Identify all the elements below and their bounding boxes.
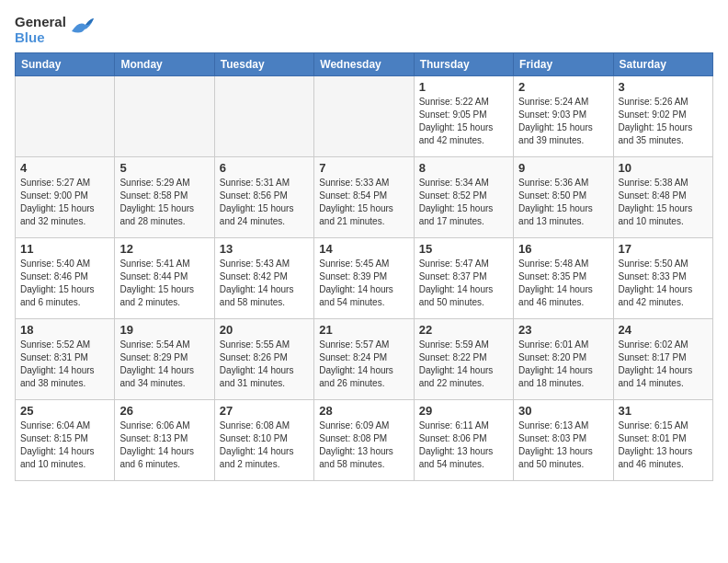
day-info: Sunrise: 5:43 AMSunset: 8:42 PMDaylight:…	[220, 258, 309, 309]
day-number: 8	[419, 161, 508, 175]
calendar-cell: 14Sunrise: 5:45 AMSunset: 8:39 PMDayligh…	[314, 238, 414, 319]
day-info: Sunrise: 5:29 AMSunset: 8:58 PMDaylight:…	[119, 177, 209, 228]
day-info: Sunrise: 6:13 AMSunset: 8:03 PMDaylight:…	[518, 419, 608, 471]
day-number: 15	[419, 242, 508, 256]
day-number: 13	[220, 242, 309, 256]
day-number: 18	[20, 323, 109, 337]
day-info: Sunrise: 5:22 AMSunset: 9:05 PMDaylight:…	[419, 96, 508, 147]
day-number: 29	[419, 404, 508, 418]
calendar-header-row: SundayMondayTuesdayWednesdayThursdayFrid…	[16, 53, 713, 76]
calendar-cell: 23Sunrise: 6:01 AMSunset: 8:20 PMDayligh…	[514, 319, 613, 400]
calendar-cell: 11Sunrise: 5:40 AMSunset: 8:46 PMDayligh…	[16, 238, 115, 319]
day-number: 5	[119, 161, 209, 175]
calendar-cell: 31Sunrise: 6:15 AMSunset: 8:01 PMDayligh…	[613, 400, 712, 481]
calendar-cell: 29Sunrise: 6:11 AMSunset: 8:06 PMDayligh…	[414, 400, 513, 481]
day-number: 14	[319, 242, 408, 256]
calendar-cell: 6Sunrise: 5:31 AMSunset: 8:56 PMDaylight…	[214, 157, 313, 238]
col-header-sunday: Sunday	[16, 53, 115, 76]
day-info: Sunrise: 5:38 AMSunset: 8:48 PMDaylight:…	[619, 177, 708, 228]
day-info: Sunrise: 5:31 AMSunset: 8:56 PMDaylight:…	[220, 177, 309, 228]
day-info: Sunrise: 6:02 AMSunset: 8:17 PMDaylight:…	[619, 339, 708, 390]
day-number: 16	[518, 242, 608, 256]
calendar-cell: 24Sunrise: 6:02 AMSunset: 8:17 PMDayligh…	[613, 319, 712, 400]
day-number: 19	[119, 323, 209, 337]
col-header-tuesday: Tuesday	[214, 53, 313, 76]
col-header-friday: Friday	[514, 53, 613, 76]
calendar-cell: 21Sunrise: 5:57 AMSunset: 8:24 PMDayligh…	[314, 319, 414, 400]
day-info: Sunrise: 5:55 AMSunset: 8:26 PMDaylight:…	[220, 339, 309, 390]
calendar-cell: 13Sunrise: 5:43 AMSunset: 8:42 PMDayligh…	[214, 238, 313, 319]
calendar-cell: 25Sunrise: 6:04 AMSunset: 8:15 PMDayligh…	[16, 400, 115, 481]
calendar-cell: 20Sunrise: 5:55 AMSunset: 8:26 PMDayligh…	[214, 319, 313, 400]
calendar-cell: 1Sunrise: 5:22 AMSunset: 9:05 PMDaylight…	[414, 76, 513, 157]
calendar-week-row: 25Sunrise: 6:04 AMSunset: 8:15 PMDayligh…	[16, 400, 713, 481]
calendar-cell: 15Sunrise: 5:47 AMSunset: 8:37 PMDayligh…	[414, 238, 513, 319]
calendar-cell: 27Sunrise: 6:08 AMSunset: 8:10 PMDayligh…	[214, 400, 313, 481]
col-header-wednesday: Wednesday	[314, 53, 414, 76]
calendar-cell	[16, 76, 115, 157]
calendar-cell: 9Sunrise: 5:36 AMSunset: 8:50 PMDaylight…	[514, 157, 613, 238]
day-number: 10	[619, 161, 708, 175]
day-info: Sunrise: 6:08 AMSunset: 8:10 PMDaylight:…	[220, 419, 309, 471]
calendar-cell: 8Sunrise: 5:34 AMSunset: 8:52 PMDaylight…	[414, 157, 513, 238]
day-number: 2	[518, 80, 608, 94]
day-info: Sunrise: 5:27 AMSunset: 9:00 PMDaylight:…	[20, 177, 109, 228]
day-info: Sunrise: 5:57 AMSunset: 8:24 PMDaylight:…	[319, 339, 408, 390]
calendar-cell: 16Sunrise: 5:48 AMSunset: 8:35 PMDayligh…	[514, 238, 613, 319]
day-number: 12	[119, 242, 209, 256]
day-info: Sunrise: 5:41 AMSunset: 8:44 PMDaylight:…	[119, 258, 209, 309]
day-number: 26	[119, 404, 209, 418]
day-info: Sunrise: 5:45 AMSunset: 8:39 PMDaylight:…	[319, 258, 408, 309]
day-number: 17	[619, 242, 708, 256]
col-header-monday: Monday	[115, 53, 214, 76]
day-info: Sunrise: 5:47 AMSunset: 8:37 PMDaylight:…	[419, 258, 508, 309]
calendar-week-row: 18Sunrise: 5:52 AMSunset: 8:31 PMDayligh…	[16, 319, 713, 400]
day-info: Sunrise: 6:09 AMSunset: 8:08 PMDaylight:…	[319, 419, 408, 471]
calendar-week-row: 1Sunrise: 5:22 AMSunset: 9:05 PMDaylight…	[16, 76, 713, 157]
calendar-cell	[314, 76, 414, 157]
logo-general-text: General	[15, 15, 66, 30]
logo: General Blue	[15, 15, 94, 45]
col-header-saturday: Saturday	[613, 53, 712, 76]
calendar-cell: 30Sunrise: 6:13 AMSunset: 8:03 PMDayligh…	[514, 400, 613, 481]
day-info: Sunrise: 5:59 AMSunset: 8:22 PMDaylight:…	[419, 339, 508, 390]
calendar-cell: 19Sunrise: 5:54 AMSunset: 8:29 PMDayligh…	[115, 319, 214, 400]
day-number: 31	[619, 404, 708, 418]
calendar-cell: 17Sunrise: 5:50 AMSunset: 8:33 PMDayligh…	[613, 238, 712, 319]
calendar-table: SundayMondayTuesdayWednesdayThursdayFrid…	[15, 52, 713, 481]
day-info: Sunrise: 5:26 AMSunset: 9:02 PMDaylight:…	[619, 96, 708, 147]
day-number: 7	[319, 161, 408, 175]
logo-container: General Blue	[15, 15, 94, 45]
day-number: 25	[20, 404, 109, 418]
calendar-week-row: 11Sunrise: 5:40 AMSunset: 8:46 PMDayligh…	[16, 238, 713, 319]
col-header-thursday: Thursday	[414, 53, 513, 76]
day-number: 22	[419, 323, 508, 337]
day-number: 3	[619, 80, 708, 94]
day-info: Sunrise: 5:33 AMSunset: 8:54 PMDaylight:…	[319, 177, 408, 228]
day-info: Sunrise: 6:04 AMSunset: 8:15 PMDaylight:…	[20, 419, 109, 471]
day-info: Sunrise: 6:01 AMSunset: 8:20 PMDaylight:…	[518, 339, 608, 390]
day-info: Sunrise: 5:48 AMSunset: 8:35 PMDaylight:…	[518, 258, 608, 309]
calendar-cell: 3Sunrise: 5:26 AMSunset: 9:02 PMDaylight…	[613, 76, 712, 157]
calendar-cell: 4Sunrise: 5:27 AMSunset: 9:00 PMDaylight…	[16, 157, 115, 238]
day-info: Sunrise: 6:11 AMSunset: 8:06 PMDaylight:…	[419, 419, 508, 471]
day-info: Sunrise: 5:40 AMSunset: 8:46 PMDaylight:…	[20, 258, 109, 309]
calendar-cell: 2Sunrise: 5:24 AMSunset: 9:03 PMDaylight…	[514, 76, 613, 157]
calendar-cell: 28Sunrise: 6:09 AMSunset: 8:08 PMDayligh…	[314, 400, 414, 481]
calendar-cell: 18Sunrise: 5:52 AMSunset: 8:31 PMDayligh…	[16, 319, 115, 400]
calendar-cell: 22Sunrise: 5:59 AMSunset: 8:22 PMDayligh…	[414, 319, 513, 400]
day-info: Sunrise: 5:36 AMSunset: 8:50 PMDaylight:…	[518, 177, 608, 228]
day-number: 1	[419, 80, 508, 94]
calendar-cell: 26Sunrise: 6:06 AMSunset: 8:13 PMDayligh…	[115, 400, 214, 481]
calendar-week-row: 4Sunrise: 5:27 AMSunset: 9:00 PMDaylight…	[16, 157, 713, 238]
calendar-cell: 10Sunrise: 5:38 AMSunset: 8:48 PMDayligh…	[613, 157, 712, 238]
day-number: 6	[220, 161, 309, 175]
day-number: 11	[20, 242, 109, 256]
day-info: Sunrise: 6:15 AMSunset: 8:01 PMDaylight:…	[619, 419, 708, 471]
day-number: 30	[518, 404, 608, 418]
day-info: Sunrise: 5:24 AMSunset: 9:03 PMDaylight:…	[518, 96, 608, 147]
day-info: Sunrise: 6:06 AMSunset: 8:13 PMDaylight:…	[119, 419, 209, 471]
calendar-cell	[115, 76, 214, 157]
day-info: Sunrise: 5:52 AMSunset: 8:31 PMDaylight:…	[20, 339, 109, 390]
calendar-cell	[214, 76, 313, 157]
